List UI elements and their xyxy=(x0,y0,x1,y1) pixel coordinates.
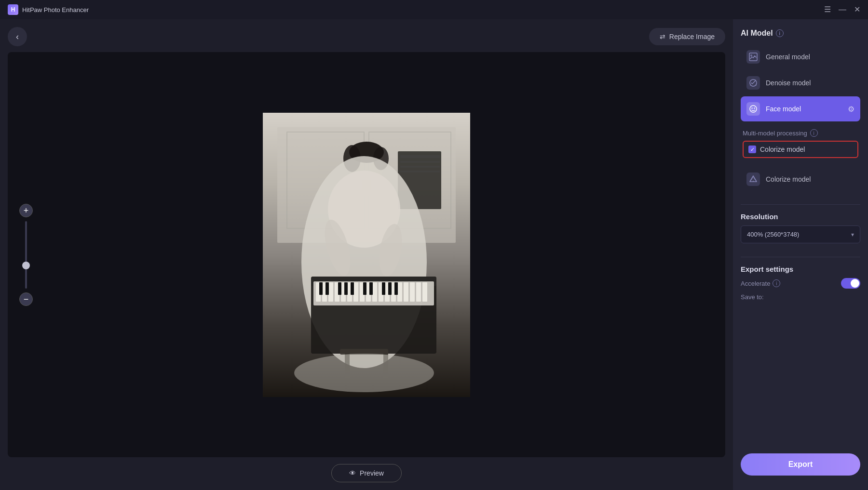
zoom-slider-track[interactable] xyxy=(25,221,27,289)
svg-point-62 xyxy=(754,107,755,108)
multi-model-label: Multi-model processing i xyxy=(743,129,858,137)
svg-point-52 xyxy=(294,354,434,392)
zoom-in-icon: + xyxy=(24,206,29,215)
preview-label: Preview xyxy=(360,469,384,477)
svg-rect-46 xyxy=(382,282,385,295)
photo-display xyxy=(263,113,470,397)
model-item-colorize[interactable]: Colorize model xyxy=(741,168,860,191)
save-to-label: Save to: xyxy=(741,293,860,301)
title-bar-left: H HitPaw Photo Enhancer xyxy=(8,4,89,15)
export-button[interactable]: Export xyxy=(741,453,860,476)
svg-rect-39 xyxy=(319,282,323,295)
svg-rect-37 xyxy=(416,282,421,302)
svg-rect-47 xyxy=(388,282,392,295)
preview-btn-container: 👁 Preview xyxy=(8,464,725,482)
multi-model-label-text: Multi-model processing xyxy=(743,130,807,137)
svg-rect-40 xyxy=(326,282,329,295)
svg-rect-30 xyxy=(372,282,377,302)
svg-point-60 xyxy=(750,106,757,112)
sidebar-divider-1 xyxy=(741,204,860,205)
svg-rect-8 xyxy=(400,171,440,172)
svg-rect-34 xyxy=(397,282,402,302)
multi-model-info-icon[interactable]: i xyxy=(810,129,818,137)
app-logo: H xyxy=(8,4,18,15)
face-model-gear-icon[interactable]: ⚙ xyxy=(848,105,854,114)
replace-image-button[interactable]: ⇄ Replace Image xyxy=(649,28,725,45)
svg-point-59 xyxy=(756,85,757,86)
export-settings-title: Export settings xyxy=(741,265,860,273)
photo-inner xyxy=(263,113,470,397)
svg-rect-38 xyxy=(422,282,427,302)
svg-point-56 xyxy=(750,80,751,81)
zoom-out-icon: − xyxy=(24,295,29,304)
sidebar-divider-2 xyxy=(741,257,860,257)
zoom-slider-thumb[interactable] xyxy=(22,262,30,269)
close-button[interactable]: ✕ xyxy=(854,6,860,13)
minimize-button[interactable]: — xyxy=(839,6,846,13)
accelerate-info-icon[interactable]: i xyxy=(773,279,780,287)
accelerate-label-text: Accelerate xyxy=(741,280,770,287)
model-item-denoise[interactable]: Denoise model xyxy=(741,70,860,95)
sidebar: AI Model i General model xyxy=(733,19,868,490)
model-item-general[interactable]: General model xyxy=(741,44,860,69)
canvas-container: + − xyxy=(8,52,725,457)
canvas-topbar: ‹ ⇄ Replace Image xyxy=(8,27,725,46)
sidebar-bottom: Export xyxy=(741,310,860,480)
ai-model-section-title: AI Model i xyxy=(741,29,860,38)
ai-model-title-text: AI Model xyxy=(741,29,773,38)
resolution-select[interactable]: 400% (2560*3748) ▾ xyxy=(741,225,860,243)
canvas-area: ‹ ⇄ Replace Image + − xyxy=(0,19,733,490)
face-model-label: Face model xyxy=(766,105,842,113)
back-button[interactable]: ‹ xyxy=(8,27,27,46)
svg-rect-45 xyxy=(369,282,373,295)
title-bar: H HitPaw Photo Enhancer ☰ — ✕ xyxy=(0,0,868,19)
preview-icon: 👁 xyxy=(349,469,356,477)
svg-rect-36 xyxy=(410,282,415,302)
back-icon: ‹ xyxy=(16,32,19,42)
colorize-checkbox-row[interactable]: ✓ Colorize model xyxy=(743,141,858,158)
svg-rect-6 xyxy=(400,161,440,163)
denoise-model-label: Denoise model xyxy=(766,79,854,87)
export-settings-section: Export settings Accelerate i Save to: xyxy=(741,265,860,301)
replace-image-label: Replace Image xyxy=(669,33,715,40)
svg-rect-43 xyxy=(351,282,354,295)
export-label: Export xyxy=(788,460,813,468)
resolution-chevron-icon: ▾ xyxy=(851,231,854,238)
preview-button[interactable]: 👁 Preview xyxy=(331,464,402,482)
zoom-out-button[interactable]: − xyxy=(19,292,33,306)
title-bar-controls: ☰ — ✕ xyxy=(824,6,860,13)
denoise-model-icon xyxy=(746,76,760,90)
colorize-checkbox-label: Colorize model xyxy=(760,146,805,153)
toggle-knob xyxy=(851,279,859,288)
zoom-controls: + − xyxy=(19,204,33,306)
accelerate-row: Accelerate i xyxy=(741,278,860,289)
colorize-model-icon xyxy=(746,172,760,186)
resolution-section: Resolution 400% (2560*3748) ▾ xyxy=(741,212,860,243)
svg-point-61 xyxy=(751,107,752,108)
zoom-in-button[interactable]: + xyxy=(19,204,33,217)
colorize-model-label: Colorize model xyxy=(766,175,854,183)
accelerate-label: Accelerate i xyxy=(741,279,780,287)
piano-photo-svg xyxy=(263,113,470,397)
svg-rect-23 xyxy=(328,282,333,302)
checkbox-checkmark: ✓ xyxy=(750,147,755,152)
svg-rect-44 xyxy=(363,282,366,295)
svg-rect-7 xyxy=(400,166,440,168)
colorize-checkbox[interactable]: ✓ xyxy=(748,146,756,153)
svg-point-58 xyxy=(750,85,751,86)
svg-rect-42 xyxy=(344,282,348,295)
model-item-face[interactable]: Face model ⚙ xyxy=(741,96,860,121)
resolution-value: 400% (2560*3748) xyxy=(747,231,799,238)
replace-icon: ⇄ xyxy=(660,33,665,40)
svg-point-63 xyxy=(753,181,754,182)
face-model-icon xyxy=(746,102,760,116)
svg-rect-27 xyxy=(353,282,358,302)
menu-button[interactable]: ☰ xyxy=(824,6,831,13)
ai-model-info-icon[interactable]: i xyxy=(776,29,784,37)
multi-model-section: Multi-model processing i ✓ Colorize mode… xyxy=(741,129,860,166)
svg-rect-35 xyxy=(404,282,408,302)
svg-point-54 xyxy=(750,54,752,56)
main-layout: ‹ ⇄ Replace Image + − xyxy=(0,19,868,490)
accelerate-toggle[interactable] xyxy=(841,278,860,289)
svg-rect-41 xyxy=(338,282,341,295)
